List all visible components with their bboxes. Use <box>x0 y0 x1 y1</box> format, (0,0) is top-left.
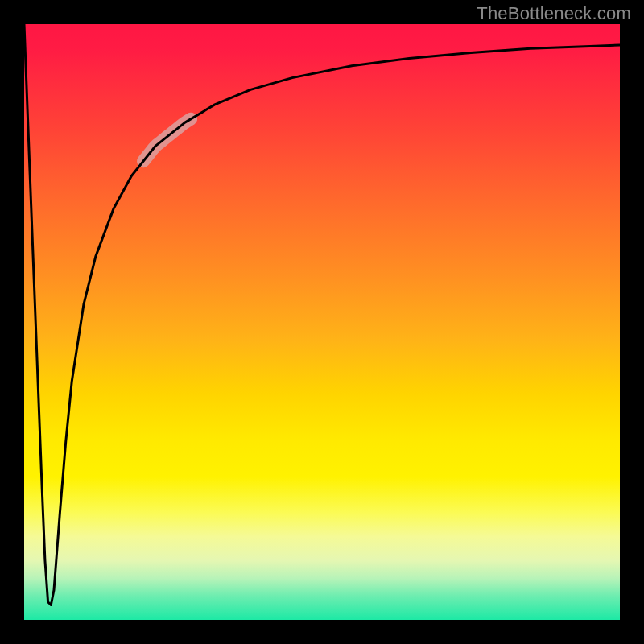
plot-area <box>24 24 620 620</box>
chart-svg <box>24 24 620 620</box>
chart-container: TheBottleneck.com <box>0 0 644 644</box>
watermark-text: TheBottleneck.com <box>477 3 631 24</box>
bottleneck-curve <box>24 24 620 605</box>
highlight-segment <box>143 119 191 162</box>
